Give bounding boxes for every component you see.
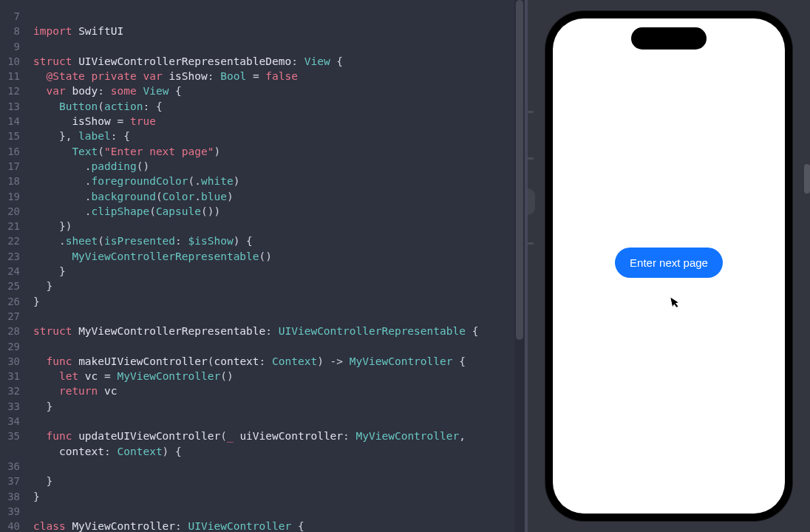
line-number: 16 — [0, 144, 20, 159]
line-number: 27 — [0, 309, 20, 324]
code-line[interactable]: }) — [33, 219, 525, 233]
code-line[interactable] — [33, 504, 525, 519]
code-line[interactable]: context: Context) { — [33, 444, 525, 459]
canvas-preview-pane: Enter next page — [528, 0, 810, 532]
code-line[interactable]: struct UIViewControllerRepresentableDemo… — [33, 54, 525, 69]
code-line[interactable]: Button(action: { — [33, 99, 525, 114]
line-number: 40 — [0, 519, 20, 532]
iphone-simulator-frame: Enter next page — [545, 11, 792, 521]
line-number: 11 — [0, 69, 20, 83]
code-line[interactable]: func makeUIViewController(context: Conte… — [33, 354, 525, 369]
line-number: 35 — [0, 429, 20, 443]
line-number: 24 — [0, 264, 20, 279]
preview-tick — [528, 242, 534, 245]
code-line[interactable]: return vc — [33, 383, 525, 398]
line-number: 9 — [0, 39, 20, 54]
code-line[interactable]: .clipShape(Capsule()) — [33, 204, 525, 219]
line-number: 14 — [0, 114, 20, 129]
code-line[interactable] — [33, 414, 525, 429]
editor-scrollbar[interactable] — [514, 0, 525, 532]
code-line[interactable]: class MyViewController: UIViewController… — [33, 519, 525, 532]
code-line[interactable]: Text("Enter next page") — [33, 144, 525, 159]
line-number: 21 — [0, 219, 20, 233]
code-line[interactable]: MyViewControllerRepresentable() — [33, 249, 525, 264]
code-line[interactable]: func updateUIViewController(_ uiViewCont… — [33, 429, 525, 443]
line-number: 10 — [0, 54, 20, 69]
code-line[interactable]: } — [33, 264, 525, 279]
code-line[interactable]: let vc = MyViewController() — [33, 369, 525, 383]
code-line[interactable]: var body: some View { — [33, 83, 525, 98]
line-number: 22 — [0, 233, 20, 248]
code-line[interactable]: } — [33, 279, 525, 293]
line-number: 33 — [0, 399, 20, 414]
line-number: 23 — [0, 249, 20, 264]
line-number: 12 — [0, 83, 20, 98]
line-number: 26 — [0, 294, 20, 309]
code-line[interactable]: } — [33, 294, 525, 309]
line-number-gutter: 7891011121314151617181920212223242526272… — [0, 0, 26, 532]
code-line[interactable] — [33, 339, 525, 354]
preview-tick — [528, 157, 534, 160]
line-number: 37 — [0, 474, 20, 488]
line-number: 8 — [0, 24, 20, 38]
line-number: 30 — [0, 354, 20, 369]
code-line[interactable]: isShow = true — [33, 114, 525, 129]
line-number: 15 — [0, 129, 20, 143]
code-line[interactable]: } — [33, 474, 525, 488]
preview-scrollbar-thumb[interactable] — [804, 164, 810, 194]
code-line[interactable]: .background(Color.blue) — [33, 189, 525, 204]
line-number: 29 — [0, 339, 20, 354]
code-text-area[interactable]: import SwiftUIstruct UIViewControllerRep… — [26, 0, 525, 532]
code-line[interactable]: } — [33, 489, 525, 504]
line-number: 17 — [0, 159, 20, 174]
line-number: 32 — [0, 383, 20, 398]
code-line[interactable] — [33, 309, 525, 324]
line-number: 25 — [0, 279, 20, 293]
code-line[interactable]: }, label: { — [33, 129, 525, 143]
dynamic-island — [631, 27, 707, 50]
preview-tick — [528, 111, 534, 113]
code-editor-pane: 7891011121314151617181920212223242526272… — [0, 0, 525, 532]
line-number: 31 — [0, 369, 20, 383]
line-number: 7 — [0, 9, 20, 24]
mouse-cursor-icon — [670, 296, 682, 311]
code-line[interactable]: } — [33, 399, 525, 414]
code-line[interactable]: .foregroundColor(.white) — [33, 174, 525, 188]
iphone-simulator-screen[interactable]: Enter next page — [553, 18, 785, 514]
code-line[interactable] — [33, 39, 525, 54]
line-number: 18 — [0, 174, 20, 188]
line-number: 39 — [0, 504, 20, 519]
editor-scrollbar-thumb[interactable] — [516, 0, 523, 340]
code-line[interactable] — [33, 9, 525, 24]
line-number: 19 — [0, 189, 20, 204]
line-number: 34 — [0, 414, 20, 429]
line-number: 13 — [0, 99, 20, 114]
code-line[interactable]: .padding() — [33, 159, 525, 174]
code-line[interactable]: @State private var isShow: Bool = false — [33, 69, 525, 83]
code-line[interactable]: import SwiftUI — [33, 24, 525, 38]
line-number: 36 — [0, 459, 20, 474]
line-number: 38 — [0, 489, 20, 504]
enter-next-page-button[interactable]: Enter next page — [615, 248, 723, 278]
line-number — [0, 444, 20, 459]
code-line[interactable]: .sheet(isPresented: $isShow) { — [33, 233, 525, 248]
code-line[interactable] — [33, 459, 525, 474]
line-number: 28 — [0, 324, 20, 338]
preview-left-handle[interactable] — [528, 188, 535, 215]
line-number: 20 — [0, 204, 20, 219]
code-line[interactable]: struct MyViewControllerRepresentable: UI… — [33, 324, 525, 338]
